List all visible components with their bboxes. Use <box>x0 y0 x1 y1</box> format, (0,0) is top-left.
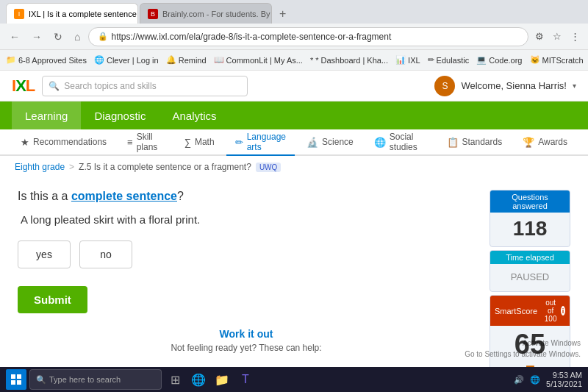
watermark-line1: Activate Windows <box>465 338 581 349</box>
bookmark-mitscratch[interactable]: 🐱 MITScratch <box>530 55 584 65</box>
home-button[interactable]: ⌂ <box>71 29 84 44</box>
breadcrumb-grade[interactable]: Eighth grade <box>15 162 65 172</box>
watermark-line2: Go to Settings to activate Windows. <box>465 349 581 360</box>
breadcrumb-badge: UWQ <box>256 163 281 172</box>
social-studies-label: Social studies <box>390 132 426 152</box>
nav-item-analytics[interactable]: Analytics <box>159 101 229 129</box>
svg-rect-3 <box>17 380 21 385</box>
ixl-tab[interactable]: I IXL | Is it a complete sentence o... ✕ <box>6 3 138 24</box>
bookmark-edulastic[interactable]: ✏ Edulastic <box>428 55 470 65</box>
taskbar-teams-icon[interactable]: T <box>235 369 256 390</box>
bookmark-label-edulastic: Edulastic <box>437 56 470 65</box>
user-dropdown-arrow[interactable]: ▾ <box>573 82 576 90</box>
bookmark-label-commonlit: CommonLit | My As... <box>226 56 303 65</box>
social-studies-icon: 🌐 <box>374 137 386 148</box>
taskbar-search[interactable]: 🔍 Type here to search <box>29 369 162 390</box>
bookmark-label-mitscratch: MITScratch <box>542 56 584 65</box>
science-icon: 🔬 <box>306 137 318 148</box>
taskbar-folder-icon[interactable]: 📁 <box>212 369 232 390</box>
sub-nav-science[interactable]: 🔬 Science <box>298 129 362 156</box>
taskbar-edge-icon[interactable]: 🌐 <box>188 369 209 390</box>
back-button[interactable]: ← <box>6 29 24 44</box>
taskbar: 🔍 Type here to search ⊞ 🌐 📁 T 🔊 🌐 9:53 A… <box>0 367 588 392</box>
questions-answered-title: Questions answered <box>490 190 570 213</box>
side-panel: Questions answered 118 Time elapsed PAUS… <box>490 190 570 392</box>
bookmark-icon[interactable]: ☆ <box>551 29 564 43</box>
bookmark-codeorg[interactable]: 💻 Code.org <box>476 55 522 65</box>
footer-subtitle: Not feeling ready yet? These can help: <box>18 343 475 353</box>
submit-button[interactable]: Submit <box>18 286 87 313</box>
ixl-logo: IXL <box>12 76 35 96</box>
address-bar-row: ← → ↻ ⌂ 🔒 https://www.ixl.com/ela/grade-… <box>0 24 588 50</box>
address-bar[interactable]: 🔒 https://www.ixl.com/ela/grade-8/is-it-… <box>88 27 528 46</box>
new-tab-button[interactable]: + <box>273 4 292 24</box>
taskbar-apps-icon[interactable]: ⊞ <box>165 369 185 390</box>
math-label: Math <box>195 137 215 147</box>
ixl-header: IXL 🔍 Search topics and skills S Welcome… <box>0 71 588 101</box>
answer-buttons: yes no <box>18 240 475 268</box>
answer-no-button[interactable]: no <box>79 240 132 268</box>
sub-nav-recommendations[interactable]: ★ Recommendations <box>12 129 115 156</box>
start-button[interactable] <box>6 369 26 390</box>
questions-answered-box: Questions answered 118 <box>490 190 570 247</box>
questions-answered-value: 118 <box>496 217 564 240</box>
taskbar-search-icon: 🔍 <box>36 375 46 385</box>
answer-yes-button[interactable]: yes <box>18 240 71 268</box>
work-it-out[interactable]: Work it out <box>18 328 475 340</box>
more-icon[interactable]: ⋮ <box>568 29 582 43</box>
bookmarks-bar: 📁 6-8 Approved Sites 🌐 Clever | Log in 🔔… <box>0 50 588 71</box>
refresh-button[interactable]: ↻ <box>50 29 66 44</box>
question-area: Is this a a complete sentence? A long pl… <box>18 190 475 392</box>
bookmark-label-dashboard: * Dashboard | Kha... <box>315 56 388 65</box>
ixl-tab-label: IXL | Is it a complete sentence o... <box>29 10 138 18</box>
ixl-nav: Learning Diagnostic Analytics <box>0 101 588 129</box>
awards-icon: 🏆 <box>523 137 534 148</box>
bookmark-approved-sites[interactable]: 📁 6-8 Approved Sites <box>6 55 87 65</box>
language-arts-icon: ✏ <box>235 137 243 148</box>
brainly-tab[interactable]: B Brainly.com - For students. By st... ✕ <box>140 3 272 24</box>
nav-analytics-label: Analytics <box>172 110 216 122</box>
sub-nav-awards[interactable]: 🏆 Awards <box>514 129 576 156</box>
sub-nav-language-arts[interactable]: ✏ Language arts <box>226 129 295 156</box>
bookmark-dashboard[interactable]: * * Dashboard | Kha... <box>310 56 388 65</box>
recommendations-icon: ★ <box>21 137 29 148</box>
bookmark-remind[interactable]: 🔔 Remind <box>166 55 207 65</box>
bookmark-commonlit[interactable]: 📖 CommonLit | My As... <box>214 55 303 65</box>
clock-date: 5/13/2021 <box>546 379 582 388</box>
language-arts-label: Language arts <box>247 132 286 152</box>
taskbar-network-icon: 🌐 <box>530 375 540 385</box>
smartscore-title: SmartScore out of 100 i <box>490 296 570 326</box>
bookmark-label-remind: Remind <box>179 56 207 65</box>
sub-nav-social-studies[interactable]: 🌐 Social studies <box>365 129 435 156</box>
svg-rect-1 <box>17 374 21 379</box>
brainly-favicon: B <box>148 9 158 19</box>
sub-nav-math[interactable]: ∑ Math <box>176 129 223 156</box>
sub-nav-standards[interactable]: 📋 Standards <box>438 129 512 156</box>
sub-nav: ★ Recommendations ≡ Skill plans ∑ Math ✏… <box>0 129 588 156</box>
taskbar-right: 🔊 🌐 9:53 AM 5/13/2021 <box>514 371 582 388</box>
bookmark-clever[interactable]: 🌐 Clever | Log in <box>94 55 159 65</box>
standards-label: Standards <box>462 137 503 147</box>
breadcrumb: Eighth grade > Z.5 Is it a complete sent… <box>0 156 588 178</box>
nav-item-diagnostic[interactable]: Diagnostic <box>81 101 159 129</box>
recommendations-label: Recommendations <box>33 137 107 147</box>
info-icon[interactable]: i <box>561 306 565 316</box>
extensions-icon[interactable]: ⚙ <box>533 29 546 43</box>
bookmark-icon-remind: 🔔 <box>166 55 176 65</box>
science-label: Science <box>322 137 354 147</box>
bookmark-icon-commonlit: 📖 <box>214 55 224 65</box>
main-content: Is this a a complete sentence? A long pl… <box>0 178 588 392</box>
bookmark-label-approved: 6-8 Approved Sites <box>18 56 87 65</box>
nav-item-learning[interactable]: Learning <box>12 101 81 129</box>
forward-button[interactable]: → <box>28 29 46 44</box>
brainly-tab-label: Brainly.com - For students. By st... <box>162 10 272 18</box>
bookmark-ixl[interactable]: 📊 IXL <box>395 55 420 65</box>
sub-nav-skill-plans[interactable]: ≡ Skill plans <box>118 129 173 156</box>
bookmark-label-codeorg: Code.org <box>489 56 522 65</box>
ixl-favicon: I <box>14 9 24 19</box>
browser-actions: ⚙ ☆ ⋮ <box>533 29 582 43</box>
clock-time: 9:53 AM <box>546 371 582 379</box>
search-box[interactable]: 🔍 Search topics and skills <box>42 76 248 96</box>
taskbar-search-text: Type here to search <box>49 375 121 384</box>
tab-bar: I IXL | Is it a complete sentence o... ✕… <box>0 0 588 24</box>
